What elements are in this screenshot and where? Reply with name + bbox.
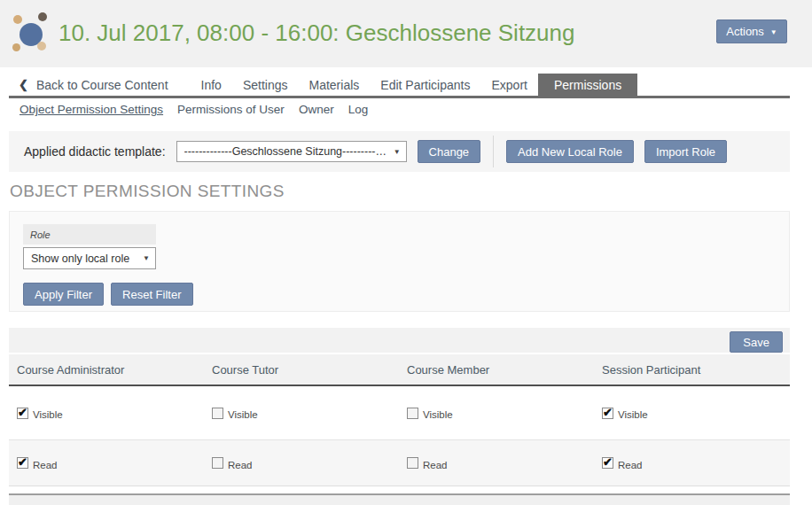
- add-new-local-role-button[interactable]: Add New Local Role: [506, 140, 634, 163]
- permission-label: Read: [33, 460, 58, 470]
- checkbox[interactable]: [407, 408, 418, 419]
- subtab-bar: Object Permission Settings Permissions o…: [20, 103, 368, 116]
- column-header-course-tutor: Course Tutor: [204, 363, 399, 377]
- permission-label: Read: [618, 460, 643, 470]
- permission-cell: Read: [594, 457, 789, 469]
- permissions-table: Save Course Administrator Course Tutor C…: [9, 328, 790, 505]
- checkbox[interactable]: [602, 457, 613, 469]
- actions-button-label: Actions: [726, 25, 764, 38]
- visible-checkbox-course-member[interactable]: Visible: [407, 408, 453, 419]
- subtab-log[interactable]: Log: [348, 103, 369, 116]
- checkbox[interactable]: [212, 408, 223, 419]
- back-link-label: Back to Course Content: [36, 78, 168, 92]
- permission-cell: Visible: [204, 408, 399, 419]
- page: 10. Jul 2017, 08:00 - 16:00: Geschlossen…: [0, 0, 812, 505]
- tab-permissions[interactable]: Permissions: [538, 74, 637, 96]
- subtab-object-permission-settings[interactable]: Object Permission Settings: [20, 103, 163, 116]
- tab-settings[interactable]: Settings: [232, 74, 299, 96]
- save-button[interactable]: Save: [730, 331, 783, 353]
- chevron-down-icon: ▼: [394, 149, 401, 156]
- didactic-template-selected-value: -------------Geschlossene Sitzung-------…: [184, 145, 388, 158]
- chevron-down-icon: ▼: [143, 255, 150, 262]
- permission-label: Visible: [228, 409, 258, 420]
- didactic-template-label: Applied didactic template:: [24, 144, 166, 159]
- checkbox[interactable]: [17, 457, 28, 469]
- filter-buttons: Apply Filter Reset Filter: [23, 283, 193, 306]
- permission-label: Visible: [33, 409, 63, 420]
- column-header-session-participant: Session Participant: [594, 363, 789, 377]
- checkbox[interactable]: [212, 457, 223, 469]
- chevron-down-icon: ▼: [770, 29, 777, 36]
- table-row: Visible Visible Visible Visible: [9, 386, 790, 440]
- read-checkbox-course-tutor[interactable]: Read: [212, 457, 253, 469]
- checkbox[interactable]: [602, 408, 613, 419]
- table-row: Read Read Read Read: [9, 440, 790, 486]
- read-checkbox-session-participant[interactable]: Read: [602, 457, 643, 469]
- permission-cell: Read: [9, 457, 204, 469]
- tab-export[interactable]: Export: [480, 74, 537, 96]
- visible-checkbox-course-administrator[interactable]: Visible: [17, 408, 63, 419]
- checkbox[interactable]: [17, 408, 28, 419]
- role-filter-label: Role: [23, 224, 156, 245]
- top-header-band: 10. Jul 2017, 08:00 - 16:00: Geschlossen…: [0, 0, 812, 67]
- role-filter-select[interactable]: Show only local role ▼: [23, 247, 156, 269]
- visible-checkbox-session-participant[interactable]: Visible: [602, 408, 648, 419]
- import-role-button[interactable]: Import Role: [644, 140, 727, 163]
- page-title: 10. Jul 2017, 08:00 - 16:00: Geschlossen…: [59, 19, 575, 47]
- read-checkbox-course-member[interactable]: Read: [407, 457, 448, 469]
- logo-dot: [12, 43, 20, 51]
- reset-filter-button[interactable]: Reset Filter: [111, 283, 192, 306]
- chevron-left-icon: ❮: [19, 78, 28, 91]
- change-button[interactable]: Change: [418, 140, 481, 163]
- checkbox[interactable]: [407, 457, 418, 469]
- permission-cell: Visible: [594, 408, 789, 419]
- permission-label: Read: [228, 460, 253, 470]
- permission-cell: Read: [399, 457, 594, 469]
- filter-panel: Role Show only local role ▼ Apply Filter…: [9, 211, 790, 312]
- logo-dot: [37, 42, 46, 50]
- tab-bar: ❮ Back to Course Content Info Settings M…: [9, 74, 790, 98]
- tab-materials[interactable]: Materials: [299, 74, 371, 96]
- permission-cell: Visible: [399, 408, 594, 419]
- read-checkbox-course-administrator[interactable]: Read: [17, 457, 58, 469]
- row-gap: [9, 486, 790, 493]
- visible-checkbox-course-tutor[interactable]: Visible: [212, 408, 258, 419]
- permission-cell: Read: [204, 457, 399, 469]
- column-header-course-member: Course Member: [399, 363, 594, 377]
- permission-label: Read: [423, 460, 448, 470]
- permission-label: Visible: [618, 409, 648, 420]
- permission-cell: Visible: [9, 408, 204, 419]
- table-toolbar: Save: [9, 328, 790, 354]
- didactic-template-toolbar: Applied didactic template: -------------…: [9, 131, 790, 172]
- column-header-course-administrator: Course Administrator: [9, 363, 204, 377]
- session-icon: [11, 12, 53, 55]
- apply-filter-button[interactable]: Apply Filter: [23, 283, 104, 306]
- toolbar-divider: [493, 136, 494, 167]
- back-to-course-content-link[interactable]: ❮ Back to Course Content: [9, 74, 179, 96]
- actions-button[interactable]: Actions ▼: [716, 19, 787, 43]
- permission-label: Visible: [423, 409, 453, 420]
- tab-edit-participants[interactable]: Edit Participants: [370, 74, 480, 96]
- tab-info[interactable]: Info: [191, 74, 232, 96]
- didactic-template-select[interactable]: -------------Geschlossene Sitzung-------…: [176, 141, 407, 162]
- subtab-owner[interactable]: Owner: [299, 103, 334, 116]
- logo-dot: [38, 12, 47, 21]
- role-filter-selected-value: Show only local role: [31, 252, 129, 265]
- subtab-permissions-of-user[interactable]: Permissions of User: [177, 103, 285, 116]
- logo-dot: [13, 15, 22, 24]
- next-section-band: [9, 493, 790, 505]
- table-header-row: Course Administrator Course Tutor Course…: [9, 354, 790, 386]
- section-title: OBJECT PERMISSION SETTINGS: [10, 182, 285, 201]
